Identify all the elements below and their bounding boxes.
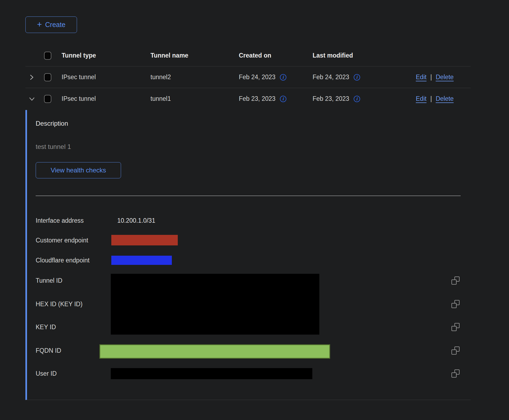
interface-address-value: 10.200.1.0/31: [117, 216, 155, 225]
table-header-row: Tunnel type Tunnel name Created on Last …: [25, 45, 471, 66]
table-row: IPsec tunnel tunnel2 Feb 24, 2023 i Feb …: [25, 66, 471, 88]
tunnels-table: Tunnel type Tunnel name Created on Last …: [25, 45, 471, 109]
user-id-redacted-value: [111, 368, 312, 379]
column-header-tunnel-type: Tunnel type: [62, 52, 150, 59]
select-row-checkbox[interactable]: [44, 95, 51, 103]
create-button[interactable]: + Create: [25, 16, 77, 33]
delete-link[interactable]: Delete: [436, 95, 454, 102]
chevron-right-icon: [29, 74, 35, 81]
description-value: test tunnel 1: [36, 143, 71, 151]
tunnel-id-label: Tunnel ID: [36, 276, 62, 285]
select-row-checkbox[interactable]: [44, 73, 51, 81]
copy-icon[interactable]: [451, 369, 460, 378]
edit-link[interactable]: Edit: [416, 74, 427, 81]
column-header-last-modified: Last modified: [313, 52, 416, 59]
tunnel-type-cell: IPsec tunnel: [62, 95, 150, 102]
column-header-created-on: Created on: [239, 52, 313, 59]
tunnels-page: + Create Tunnel type Tunnel name Created…: [0, 0, 509, 420]
cloudflare-endpoint-label: Cloudflare endpoint: [36, 256, 89, 264]
copy-icon[interactable]: [451, 346, 460, 355]
chevron-down-icon: [29, 96, 35, 102]
info-icon[interactable]: i: [354, 96, 360, 102]
copy-icon[interactable]: [451, 276, 460, 285]
customer-endpoint-redacted-value: [111, 235, 178, 245]
user-id-label: User ID: [36, 369, 57, 378]
view-health-checks-button[interactable]: View health checks: [36, 162, 121, 178]
tunnel-detail-panel: Description test tunnel 1 View health ch…: [25, 110, 471, 400]
interface-address-label: Interface address: [36, 216, 84, 225]
info-icon[interactable]: i: [354, 74, 360, 81]
cloudflare-endpoint-redacted-value: [111, 256, 172, 265]
delete-link[interactable]: Delete: [436, 74, 454, 81]
edit-link[interactable]: Edit: [416, 95, 427, 102]
expand-row-button[interactable]: [29, 74, 35, 81]
created-on-date: Feb 24, 2023: [239, 74, 276, 81]
customer-endpoint-label: Customer endpoint: [36, 236, 88, 244]
tunnel-type-cell: IPsec tunnel: [62, 74, 150, 81]
hex-id-label: HEX ID (KEY ID): [36, 300, 82, 308]
action-separator: |: [430, 95, 432, 102]
tunnel-name-cell: tunnel1: [150, 95, 239, 102]
copy-icon[interactable]: [451, 300, 460, 308]
created-on-cell: Feb 23, 2023 i: [239, 95, 313, 102]
copy-icon[interactable]: [451, 323, 460, 331]
ids-redacted-value: [111, 274, 319, 335]
info-icon[interactable]: i: [280, 96, 286, 102]
last-modified-date: Feb 23, 2023: [313, 95, 349, 102]
collapse-row-button[interactable]: [29, 96, 35, 102]
last-modified-date: Feb 24, 2023: [313, 74, 349, 81]
column-header-tunnel-name: Tunnel name: [150, 52, 239, 59]
section-divider: [36, 196, 461, 196]
row-actions: Edit | Delete: [416, 95, 471, 102]
select-all-checkbox[interactable]: [44, 52, 51, 60]
created-on-date: Feb 23, 2023: [239, 95, 276, 102]
last-modified-cell: Feb 24, 2023 i: [313, 74, 416, 81]
create-button-label: Create: [45, 21, 65, 29]
info-icon[interactable]: i: [280, 74, 286, 81]
row-actions: Edit | Delete: [416, 74, 471, 81]
tunnel-name-cell: tunnel2: [150, 74, 239, 81]
key-id-label: KEY ID: [36, 323, 56, 331]
fqdn-id-redacted-value: [99, 344, 330, 359]
last-modified-cell: Feb 23, 2023 i: [313, 95, 416, 102]
description-label: Description: [36, 120, 68, 127]
plus-icon: +: [37, 20, 42, 29]
fqdn-id-label: FQDN ID: [36, 346, 61, 355]
table-row: IPsec tunnel tunnel1 Feb 23, 2023 i Feb …: [25, 88, 471, 109]
created-on-cell: Feb 24, 2023 i: [239, 74, 313, 81]
action-separator: |: [430, 74, 432, 81]
